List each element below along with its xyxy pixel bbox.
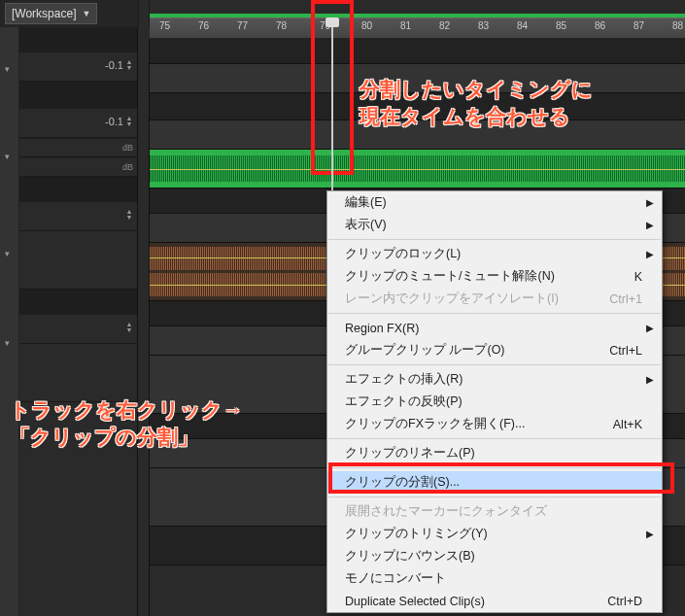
menu-item-label: クリップのFXラックを開く(F)... — [345, 416, 525, 432]
track-header-row — [19, 177, 137, 202]
collapse-caret-icon[interactable]: ▾ — [5, 249, 10, 258]
track-separator — [19, 82, 137, 109]
playhead-line — [331, 27, 333, 192]
track-volume-row[interactable]: -0.1 ▲ ▼ — [19, 52, 137, 82]
collapse-caret-icon[interactable]: ▾ — [5, 338, 10, 348]
menu-item-label: クリップの分割(S)... — [345, 474, 460, 491]
menu-item-view[interactable]: 表示(V)▶ — [327, 214, 662, 236]
track-separator — [19, 290, 137, 315]
ruler-tick: 83 — [478, 20, 489, 31]
menu-item-duplicate[interactable]: Duplicate Selected Clip(s)Ctrl+D — [327, 590, 662, 612]
menu-item-edit[interactable]: 編集(E)▶ — [327, 191, 662, 214]
menu-item-label: クリップのリネーム(P) — [345, 445, 475, 462]
menu-item-label: 編集(E) — [345, 194, 387, 211]
annotation-text-top: 分割したいタイミングに 現在タイムを合わせる — [360, 76, 593, 131]
menu-item-regionfx[interactable]: Region FX(R)▶ — [327, 317, 662, 339]
menu-item-label: レーン内でクリップをアイソレート(I) — [345, 291, 559, 307]
menu-item-label: グループクリップ ループ(O) — [345, 342, 505, 359]
annotation-text-left: トラックを右クリック→ 「クリップの分割」 — [10, 396, 243, 452]
menu-separator — [328, 239, 661, 240]
menu-item-openfxrack[interactable]: クリップのFXラックを開く(F)...Alt+K — [327, 413, 662, 435]
menu-item-label: Region FX(R) — [345, 322, 419, 335]
collapse-caret-icon[interactable]: ▾ — [5, 152, 10, 161]
menu-item-mute[interactable]: クリップのミュート/ミュート解除(N)K — [327, 265, 662, 288]
collapse-strip: ▾ ▾ ▾ ▾ — [0, 27, 19, 616]
submenu-arrow-icon: ▶ — [646, 197, 654, 208]
workspace-dropdown[interactable]: [Workspace] ▼ — [5, 3, 97, 24]
menu-separator — [328, 313, 661, 314]
track-header-row — [19, 27, 137, 52]
menu-item-label: エフェクトの反映(P) — [345, 394, 462, 410]
workspace-label: [Workspace] — [12, 7, 76, 20]
submenu-arrow-icon: ▶ — [646, 374, 654, 385]
track-header-row — [19, 290, 137, 315]
ruler-tick: 80 — [361, 20, 372, 31]
menu-item-mono[interactable]: モノにコンバート — [327, 567, 662, 590]
ruler-tick: 87 — [634, 20, 644, 31]
volume-stepper[interactable]: ▲ ▼ — [123, 109, 135, 134]
chevron-down-icon: ▼ — [126, 215, 133, 221]
ruler-tick: 81 — [400, 20, 411, 31]
menu-item-label: クリップのロック(L) — [345, 246, 461, 262]
track-volume-row[interactable]: -0.1 ▲ ▼ — [19, 109, 137, 138]
audio-clip[interactable] — [150, 150, 685, 188]
menu-item-label: 表示(V) — [345, 217, 387, 233]
ruler-tick: 85 — [556, 20, 566, 31]
track-volume-value: -0.1 — [105, 116, 123, 127]
track-separator — [19, 27, 137, 52]
timeline-lane-spacer — [150, 39, 685, 64]
volume-envelope-line[interactable] — [150, 169, 685, 170]
chevron-down-icon: ▼ — [126, 65, 133, 71]
menu-shortcut: K — [634, 270, 642, 284]
ruler-tick: 82 — [439, 20, 450, 31]
db-label: dB — [122, 162, 133, 172]
menu-item-reflectfx[interactable]: エフェクトの反映(P) — [327, 391, 662, 413]
menu-shortcut: Ctrl+1 — [609, 292, 642, 306]
ruler-tick: 84 — [517, 20, 528, 31]
toolbar-top-left: [Workspace] ▼ — [0, 0, 138, 27]
menu-item-grouploop[interactable]: グループクリップ ループ(O)Ctrl+L — [327, 339, 662, 361]
ruler-tick: 86 — [595, 20, 605, 31]
ruler-tick: 76 — [198, 20, 209, 31]
menu-item-insertfx[interactable]: エフェクトの挿入(R)▶ — [327, 368, 662, 391]
collapse-caret-icon[interactable]: ▾ — [5, 64, 10, 74]
playhead-handle[interactable] — [325, 17, 339, 27]
volume-stepper[interactable]: ▲ ▼ — [123, 202, 135, 227]
db-label: dB — [122, 143, 133, 153]
time-ruler[interactable]: 75 76 77 78 79 80 81 82 83 84 85 86 87 8… — [150, 17, 685, 39]
menu-separator — [328, 496, 661, 497]
menu-item-label: クリップのトリミング(Y) — [345, 526, 488, 542]
menu-shortcut: Alt+K — [613, 418, 642, 431]
menu-shortcut: Ctrl+L — [609, 344, 642, 358]
menu-item-lock[interactable]: クリップのロック(L)▶ — [327, 243, 662, 265]
volume-stepper[interactable]: ▲ ▼ — [123, 315, 135, 340]
menu-item-label: クリップのミュート/ミュート解除(N) — [345, 268, 555, 285]
menu-item-rename[interactable]: クリップのリネーム(P) — [327, 442, 662, 464]
track-separator — [19, 177, 137, 202]
track-header-row — [19, 82, 137, 109]
volume-stepper[interactable]: ▲ ▼ — [123, 52, 135, 78]
track-volume-row[interactable]: ▲ ▼ — [19, 202, 137, 231]
menu-item-split[interactable]: クリップの分割(S)... — [327, 471, 662, 494]
timeline-lane[interactable] — [150, 150, 685, 188]
track-volume-row[interactable]: ▲ ▼ — [19, 315, 137, 344]
chevron-down-icon: ▼ — [126, 121, 133, 127]
context-menu: 編集(E)▶ 表示(V)▶ クリップのロック(L)▶ クリップのミュート/ミュー… — [326, 190, 663, 613]
submenu-arrow-icon: ▶ — [646, 220, 654, 230]
ruler-tick: 75 — [159, 20, 170, 31]
track-header-list: -0.1 ▲ ▼ -0.1 ▲ ▼ dB — [19, 27, 137, 616]
splitter-vertical[interactable] — [138, 0, 150, 27]
submenu-arrow-icon: ▶ — [646, 249, 654, 259]
ruler-tick: 88 — [672, 20, 683, 31]
menu-item-bounce[interactable]: クリップにバウンス(B) — [327, 545, 662, 567]
menu-separator — [328, 364, 661, 365]
menu-item-label: Duplicate Selected Clip(s) — [345, 595, 485, 608]
track-body — [19, 344, 137, 402]
menu-item-isolate: レーン内でクリップをアイソレート(I)Ctrl+1 — [327, 288, 662, 310]
ruler-tick: 77 — [237, 20, 248, 31]
menu-item-trim[interactable]: クリップのトリミング(Y)▶ — [327, 523, 662, 545]
track-volume-value: -0.1 — [105, 59, 123, 71]
timeline-gutter — [138, 39, 150, 616]
menu-shortcut: Ctrl+D — [607, 595, 642, 608]
menu-item-quantize: 展開されたマーカーにクォンタイズ — [327, 500, 662, 523]
